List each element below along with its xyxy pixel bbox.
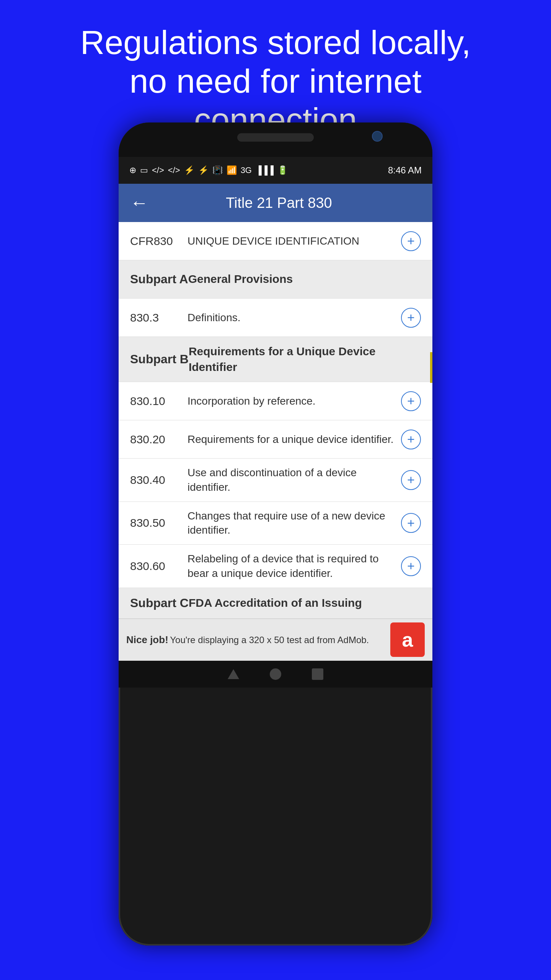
phone-top — [119, 122, 432, 157]
row-number: 830.50 — [130, 516, 187, 529]
list-item[interactable]: 830.60Relabeling of a device that is req… — [119, 545, 432, 588]
row-number: 830.40 — [130, 474, 187, 487]
expand-icon[interactable]: + — [401, 308, 421, 328]
status-icon-vibrate: 📳 — [212, 165, 223, 175]
status-left-icons: ⊕ ▭ </> </> ⚡ ⚡ 📳 📶 3G ▐▐▐ 🔋 — [129, 165, 288, 175]
row-number: CFR830 — [130, 235, 187, 248]
volume-button[interactable] — [430, 352, 432, 383]
status-icon-signal: ▐▐▐ — [256, 165, 274, 175]
row-number: Subpart C — [130, 596, 189, 610]
content-list: CFR830UNIQUE DEVICE IDENTIFICATION+Subpa… — [119, 222, 432, 619]
row-title: Requirements for a unique device identif… — [187, 425, 401, 454]
expand-icon[interactable]: + — [401, 430, 421, 449]
ad-bold-text: Nice job! — [126, 634, 168, 645]
hero-line1: Regulations stored locally, — [80, 23, 471, 61]
expand-icon[interactable]: + — [401, 513, 421, 533]
app-title: Title 21 Part 830 — [160, 195, 398, 211]
list-item: Subpart BRequirements for a Unique Devic… — [119, 337, 432, 382]
row-number: 830.3 — [130, 311, 187, 324]
phone-camera — [372, 131, 383, 142]
row-title: Relabeling of a device that is required … — [187, 545, 401, 588]
list-item[interactable]: 830.20Requirements for a unique device i… — [119, 420, 432, 459]
row-number: Subpart A — [130, 272, 188, 286]
row-title: Incorporation by reference. — [187, 387, 401, 415]
phone-screen: ⊕ ▭ </> </> ⚡ ⚡ 📳 📶 3G ▐▐▐ 🔋 8:46 AM ← T… — [119, 157, 432, 661]
status-icon-usb2: ⚡ — [198, 165, 209, 175]
list-item: Subpart AGeneral Provisions — [119, 260, 432, 299]
status-bar: ⊕ ▭ </> </> ⚡ ⚡ 📳 📶 3G ▐▐▐ 🔋 8:46 AM — [119, 157, 432, 184]
list-item: Subpart CFDA Accreditation of an Issuing — [119, 588, 432, 619]
nav-back-button[interactable] — [228, 669, 239, 679]
expand-icon[interactable]: + — [401, 391, 421, 411]
back-button[interactable]: ← — [130, 194, 148, 212]
expand-icon[interactable]: + — [401, 231, 421, 251]
status-icon-usb1: ⚡ — [184, 165, 194, 175]
ad-logo-char: a — [402, 628, 413, 651]
row-title: Changes that require use of a new device… — [187, 502, 401, 545]
phone-bottom — [119, 661, 432, 688]
phone-speaker — [237, 133, 314, 142]
row-title: General Provisions — [188, 265, 421, 294]
row-title: Definitions. — [187, 304, 401, 332]
list-item[interactable]: 830.10Incorporation by reference.+ — [119, 382, 432, 420]
row-number: Subpart B — [130, 352, 189, 366]
status-icon-plus: ⊕ — [129, 165, 136, 175]
list-item[interactable]: 830.3Definitions.+ — [119, 299, 432, 337]
status-icon-battery: 🔋 — [277, 165, 288, 175]
row-title: Use and discontinuation of a device iden… — [187, 459, 401, 501]
ad-normal-text: You're displaying a 320 x 50 test ad fro… — [170, 635, 369, 645]
row-title: UNIQUE DEVICE IDENTIFICATION — [187, 227, 401, 255]
status-right: 8:46 AM — [385, 165, 422, 176]
ad-text-area: Nice job! You're displaying a 320 x 50 t… — [126, 634, 383, 646]
status-icon-code2: </> — [168, 165, 180, 175]
expand-icon[interactable]: + — [401, 470, 421, 490]
status-time: 8:46 AM — [388, 165, 422, 176]
app-header: ← Title 21 Part 830 — [119, 184, 432, 222]
phone-shell: ⊕ ▭ </> </> ⚡ ⚡ 📳 📶 3G ▐▐▐ 🔋 8:46 AM ← T… — [119, 122, 432, 946]
ad-logo: a — [390, 622, 425, 657]
row-title: Requirements for a Unique Device Identif… — [189, 337, 421, 382]
status-icon-wifi: 📶 — [227, 165, 237, 175]
row-number: 830.60 — [130, 560, 187, 573]
hero-line2: no need for internet — [129, 62, 421, 100]
expand-icon[interactable]: + — [401, 556, 421, 576]
row-title: FDA Accreditation of an Issuing — [189, 588, 421, 618]
list-item[interactable]: 830.40Use and discontinuation of a devic… — [119, 459, 432, 502]
nav-recents-button[interactable] — [312, 668, 323, 680]
status-icon-3g: 3G — [241, 165, 252, 175]
row-number: 830.20 — [130, 433, 187, 446]
list-item[interactable]: 830.50Changes that require use of a new … — [119, 502, 432, 545]
row-number: 830.10 — [130, 395, 187, 408]
nav-home-button[interactable] — [270, 668, 281, 680]
status-icon-code: </> — [152, 165, 164, 175]
status-icon-sim: ▭ — [140, 165, 148, 175]
ad-banner: Nice job! You're displaying a 320 x 50 t… — [119, 619, 432, 661]
list-item[interactable]: CFR830UNIQUE DEVICE IDENTIFICATION+ — [119, 222, 432, 260]
